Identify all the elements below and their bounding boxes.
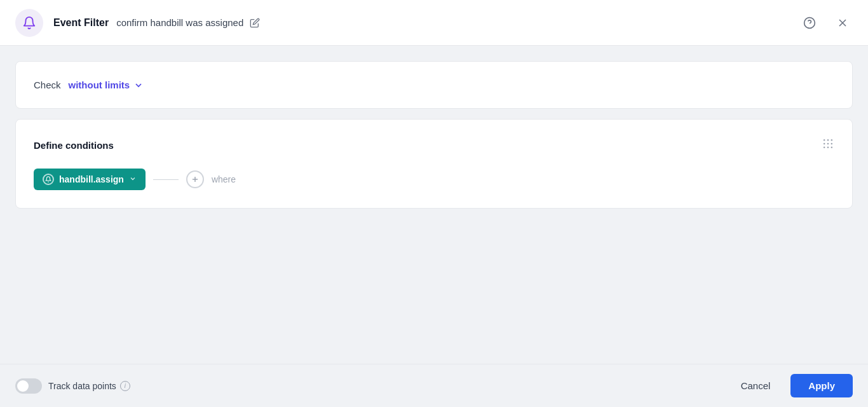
track-data-toggle-wrapper: Track data points i [15,378,130,394]
dialog-subtitle: confirm handbill was assigned [116,17,243,28]
footer-buttons: Cancel Apply [728,374,853,397]
svg-point-6 [831,139,833,141]
edit-title-button[interactable] [250,18,260,28]
svg-point-10 [824,147,825,149]
toggle-info-icon[interactable]: i [120,381,130,391]
dialog-footer: Track data points i Cancel Apply [0,364,868,407]
dialog-header: Event Filter confirm handbill was assign… [0,0,868,46]
badge-bell-icon [43,174,54,185]
condition-row: handbill.assign where [34,169,834,190]
svg-point-7 [824,143,825,145]
dots-menu-button[interactable] [822,137,834,153]
conditions-header: Define conditions [34,137,834,153]
svg-point-12 [831,147,833,149]
check-dropdown[interactable]: without limits [69,79,144,90]
dialog-title: Event Filter [53,17,109,29]
track-data-label: Track data points i [48,381,130,391]
add-condition-button[interactable] [186,170,204,188]
conditions-card: Define conditions handbill.assign [15,119,853,209]
track-data-toggle[interactable] [15,378,42,394]
svg-point-9 [831,143,833,145]
close-button[interactable] [832,13,853,33]
where-label: where [212,174,236,184]
svg-point-8 [827,143,829,145]
connector-line [153,179,179,180]
conditions-title: Define conditions [34,140,114,151]
event-filter-avatar [15,9,43,37]
chevron-down-icon [133,80,144,90]
help-button[interactable] [799,13,820,33]
apply-button[interactable]: Apply [790,374,853,397]
dialog-content: Check without limits Define conditions [0,46,868,364]
svg-point-11 [827,147,829,149]
badge-chevron-icon [129,175,137,184]
event-badge-label: handbill.assign [59,174,124,184]
cancel-button[interactable]: Cancel [728,374,783,397]
svg-point-4 [824,139,825,141]
event-badge-button[interactable]: handbill.assign [34,169,146,190]
check-label: Check [34,79,61,90]
check-card: Check without limits [15,61,853,109]
check-dropdown-value: without limits [69,79,130,90]
svg-point-5 [827,139,829,141]
